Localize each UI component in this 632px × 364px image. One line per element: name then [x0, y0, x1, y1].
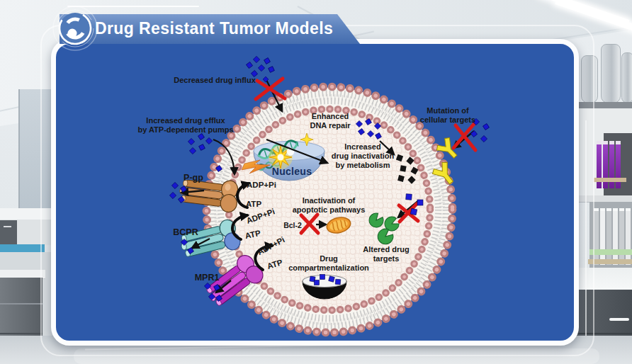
label-apoptotic-inactivation: Inactivation of apoptotic pathways [293, 196, 366, 215]
label-drug-inactivation: Increased drug inactivation by metabolis… [332, 142, 395, 171]
label-mutation-of-targets: Mutation of cellular targets [420, 106, 475, 125]
label-mpr1-atp: ATP [266, 258, 283, 272]
label-bcpr-atp: ATP [244, 229, 262, 241]
label-pgp-atp: ATP [246, 200, 261, 210]
slide: Drug Resistant Tumor Models [0, 0, 632, 364]
label-mpr1: MPR1 [195, 273, 220, 283]
label-altered-targets: Altered drug targets [363, 245, 409, 263]
label-pgp: P-gp [184, 173, 203, 183]
diagram-labels: Decreased drug influx Increased drug eff… [0, 0, 632, 364]
label-mpr1-adp: ADP+Pi [256, 235, 286, 258]
label-enhanced-dna-repair: Enhanced DNA repair [310, 112, 350, 130]
label-pgp-adp: ADP+Pi [247, 181, 276, 190]
label-bcl2: Bcl-2 [283, 221, 302, 230]
label-bcpr-adp: ADP+Pi [245, 207, 276, 226]
label-increased-efflux: Increased drug efflux by ATP-dependent p… [137, 116, 233, 135]
label-compartmentalization: Drug compartmentalization [288, 254, 369, 273]
label-nucleus: Nucleus [272, 166, 312, 178]
label-bcpr: BCPR [173, 227, 198, 238]
label-decreased-influx: Decreased drug influx [174, 76, 256, 85]
